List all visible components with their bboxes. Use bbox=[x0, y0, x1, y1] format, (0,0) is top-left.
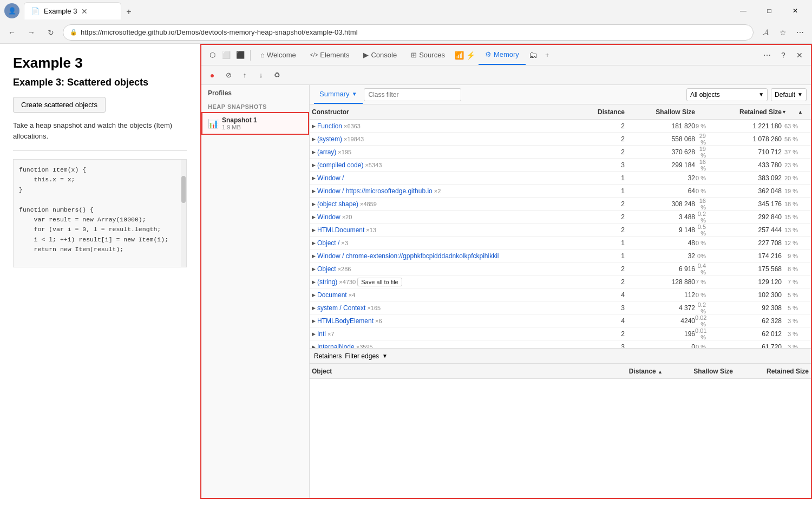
all-objects-select[interactable]: All objects ▼ bbox=[686, 88, 768, 101]
devtools-close-button[interactable]: ✕ bbox=[793, 48, 807, 62]
expand-arrow[interactable]: ▶ bbox=[312, 279, 316, 285]
more-button[interactable]: ⋯ bbox=[793, 25, 808, 40]
constructor-cell: ▶ (compiled code) ×5343 bbox=[312, 161, 581, 169]
load-profile-button[interactable]: ↑ bbox=[238, 69, 251, 82]
devtools-actions: ⋯ ? ✕ bbox=[760, 48, 807, 62]
expand-arrow[interactable]: ▶ bbox=[312, 123, 316, 129]
expand-arrow[interactable]: ▶ bbox=[312, 188, 316, 194]
retained-pct-cell: 63 % bbox=[782, 123, 798, 129]
table-row[interactable]: ▶ InternalNode ×3595 3 0 0 % 61 720 3 % bbox=[310, 340, 811, 348]
constructor-cell: ▶ system / Context ×165 bbox=[312, 304, 581, 312]
forward-button[interactable]: → bbox=[24, 25, 39, 40]
storage-icon[interactable]: 🗂 bbox=[527, 49, 540, 62]
row-name: Window bbox=[317, 213, 340, 221]
expand-arrow[interactable]: ▶ bbox=[312, 318, 316, 324]
tab-elements[interactable]: </> Elements bbox=[304, 45, 356, 65]
expand-arrow[interactable]: ▶ bbox=[312, 240, 316, 246]
tab-console[interactable]: ▶ Console bbox=[357, 45, 403, 65]
expand-arrow[interactable]: ▶ bbox=[312, 201, 316, 207]
snapshot-item[interactable]: 📊 Snapshot 1 1.9 MB bbox=[201, 112, 309, 135]
table-row[interactable]: ▶ Object ×286 2 6 916 0.4 % 175 568 8 % bbox=[310, 263, 811, 276]
table-row[interactable]: ▶ Intl ×7 2 196 0.01 % 62 012 3 % bbox=[310, 327, 811, 340]
back-button[interactable]: ← bbox=[4, 25, 19, 40]
table-row[interactable]: ▶ Window ×20 2 3 488 0.2 % 292 840 15 % bbox=[310, 211, 811, 224]
summary-dropdown-icon[interactable]: ▼ bbox=[352, 91, 357, 97]
distance-cell: 4 bbox=[581, 317, 625, 325]
table-row[interactable]: ▶ system / Context ×165 3 4 372 0.2 % 92… bbox=[310, 301, 811, 314]
row-name: Intl bbox=[317, 330, 326, 338]
tab-memory[interactable]: ⚙ Memory bbox=[479, 45, 526, 65]
snapshot-icon: 📊 bbox=[208, 119, 219, 129]
maximize-button[interactable]: □ bbox=[757, 2, 782, 19]
favorites-button[interactable]: ☆ bbox=[775, 25, 790, 40]
page-description: Take a heap snapshot and watch the objec… bbox=[13, 120, 187, 141]
expand-arrow[interactable]: ▶ bbox=[312, 292, 316, 298]
table-row[interactable]: ▶ Function ×6363 2 181 820 9 % 1 221 180… bbox=[310, 120, 811, 133]
save-all-button[interactable]: Save all to file bbox=[357, 278, 402, 286]
expand-arrow[interactable]: ▶ bbox=[312, 253, 316, 259]
retained-pct-cell: 3 % bbox=[782, 344, 798, 349]
expand-arrow[interactable]: ▶ bbox=[312, 175, 316, 181]
table-row[interactable]: ▶ (compiled code) ×5343 3 299 184 16 % 4… bbox=[310, 159, 811, 172]
retained-pct-cell: 13 % bbox=[782, 227, 798, 233]
profile-icon[interactable]: 👤 bbox=[4, 3, 19, 18]
refresh-button[interactable]: ↻ bbox=[43, 25, 58, 40]
retained-pct-cell: 37 % bbox=[782, 149, 798, 155]
default-dropdown-icon: ▼ bbox=[797, 91, 803, 97]
table-row[interactable]: ▶ Object / ×3 1 48 0 % 227 708 12 % bbox=[310, 237, 811, 250]
devtools-help-button[interactable]: ? bbox=[776, 48, 790, 62]
expand-arrow[interactable]: ▶ bbox=[312, 344, 316, 349]
expand-arrow[interactable]: ▶ bbox=[312, 331, 316, 337]
device-button[interactable]: ⬜ bbox=[220, 49, 233, 62]
table-row[interactable]: ▶ (system) ×19843 2 558 068 29 % 1 078 2… bbox=[310, 133, 811, 146]
expand-arrow[interactable]: ▶ bbox=[312, 266, 316, 272]
inspect-button[interactable]: ⬡ bbox=[206, 49, 219, 62]
table-row[interactable]: ▶ Document ×4 4 112 0 % 102 300 5 % bbox=[310, 288, 811, 301]
create-scattered-objects-button[interactable]: Create scattered objects bbox=[13, 97, 106, 113]
profiles-sidebar: Profiles HEAP SNAPSHOTS 📊 Snapshot 1 1.9… bbox=[201, 85, 310, 498]
table-row[interactable]: ▶ (array) ×195 2 370 628 19 % 710 712 37… bbox=[310, 146, 811, 159]
table-row[interactable]: ▶ (object shape) ×4859 2 308 248 16 % 34… bbox=[310, 198, 811, 211]
expand-arrow[interactable]: ▶ bbox=[312, 227, 316, 233]
tab-summary[interactable]: Summary ▼ bbox=[314, 86, 363, 104]
table-row[interactable]: ▶ HTMLBodyElement ×6 4 4240 0.02 % 62 32… bbox=[310, 314, 811, 327]
collect-garbage-button[interactable]: ♻ bbox=[271, 69, 284, 82]
expand-arrow[interactable]: ▶ bbox=[312, 305, 316, 311]
dock-button[interactable]: ⬛ bbox=[234, 49, 247, 62]
close-button[interactable]: ✕ bbox=[783, 2, 808, 19]
devtools-more-button[interactable]: ⋯ bbox=[760, 48, 774, 62]
table-row[interactable]: ▶ HTMLDocument ×13 2 9 148 0.5 % 257 444… bbox=[310, 224, 811, 237]
save-profile-button[interactable]: ↓ bbox=[254, 69, 267, 82]
expand-arrow[interactable]: ▶ bbox=[312, 136, 316, 142]
tab-close-icon[interactable]: ✕ bbox=[81, 7, 88, 16]
default-select[interactable]: Default ▼ bbox=[771, 88, 807, 101]
clear-profiles-button[interactable]: ⊘ bbox=[222, 69, 235, 82]
retained-pct-cell: 5 % bbox=[782, 305, 798, 311]
class-filter-input[interactable] bbox=[364, 88, 461, 101]
url-bar[interactable]: 🔒 https://microsoftedge.github.io/Demos/… bbox=[63, 24, 754, 41]
heap-table[interactable]: Constructor Distance Shallow Size Retain… bbox=[310, 104, 811, 348]
expand-arrow[interactable]: ▶ bbox=[312, 149, 316, 155]
retained-size-cell: 383 092 bbox=[706, 174, 782, 182]
record-heap-button[interactable]: ● bbox=[206, 69, 219, 82]
tab-welcome[interactable]: ⌂ Welcome bbox=[254, 45, 303, 65]
snapshot-size: 1.9 MB bbox=[222, 124, 257, 130]
shallow-pct-cell: 0.01 % bbox=[695, 327, 706, 340]
shallow-pct-cell: 0.5 % bbox=[695, 224, 706, 237]
minimize-button[interactable]: — bbox=[731, 2, 756, 19]
col-distance-header: Distance bbox=[581, 108, 625, 116]
table-row[interactable]: ▶ Window / https://microsoftedge.github.… bbox=[310, 185, 811, 198]
retained-pct-cell: 9 % bbox=[782, 253, 798, 259]
tab-sources[interactable]: ⊞ Sources bbox=[404, 45, 451, 65]
browser-tab[interactable]: 📄 Example 3 ✕ bbox=[24, 2, 121, 19]
add-tab-button[interactable]: + bbox=[541, 49, 554, 62]
read-aloud-button[interactable]: 𝓐 bbox=[758, 25, 773, 40]
table-row[interactable]: ▶ Window / chrome-extension://gpphkfbcpi… bbox=[310, 250, 811, 263]
constructor-cell: ▶ Window / bbox=[312, 174, 581, 182]
new-tab-button[interactable]: + bbox=[121, 4, 136, 19]
row-name: HTMLBodyElement bbox=[317, 317, 374, 325]
table-row[interactable]: ▶ Window / 1 32 0 % 383 092 20 % bbox=[310, 172, 811, 185]
expand-arrow[interactable]: ▶ bbox=[312, 162, 316, 168]
expand-arrow[interactable]: ▶ bbox=[312, 214, 316, 220]
table-row[interactable]: ▶ (string) ×4730 Save all to file 2 128 … bbox=[310, 276, 811, 288]
